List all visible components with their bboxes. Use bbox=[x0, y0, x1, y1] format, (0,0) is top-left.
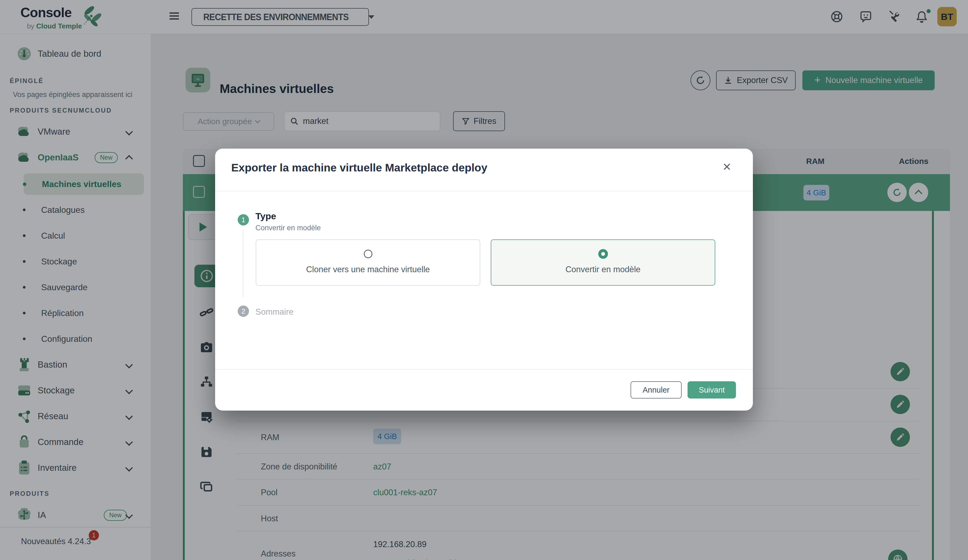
radio-unselected-icon[interactable] bbox=[364, 249, 372, 258]
step1-title: Type bbox=[255, 211, 276, 221]
next-button[interactable]: Suivant bbox=[688, 381, 736, 398]
step-connector bbox=[243, 230, 244, 297]
option-clone-card[interactable]: Cloner vers une machine virtuelle bbox=[256, 240, 480, 286]
modal-header-divider bbox=[215, 191, 753, 191]
step1-badge: 1 bbox=[238, 214, 249, 225]
step2-badge: 2 bbox=[238, 306, 249, 317]
console-app: Console by Cloud Temple RECETTE DES ENVI… bbox=[0, 0, 968, 560]
option-convert-card[interactable]: Convertir en modèle bbox=[491, 240, 715, 286]
cancel-button[interactable]: Annuler bbox=[631, 381, 681, 398]
export-vm-modal: Exporter la machine virtuelle Marketplac… bbox=[215, 149, 753, 411]
option-clone-label: Cloner vers une machine virtuelle bbox=[256, 265, 480, 274]
step2-title: Sommaire bbox=[255, 307, 293, 317]
modal-footer-divider bbox=[215, 369, 753, 370]
step1-subtitle: Convertir en modèle bbox=[255, 224, 321, 232]
radio-selected-icon[interactable] bbox=[598, 249, 608, 259]
modal-title: Exporter la machine virtuelle Marketplac… bbox=[231, 162, 487, 174]
option-convert-label: Convertir en modèle bbox=[491, 265, 715, 274]
close-icon[interactable]: ✕ bbox=[722, 162, 731, 172]
